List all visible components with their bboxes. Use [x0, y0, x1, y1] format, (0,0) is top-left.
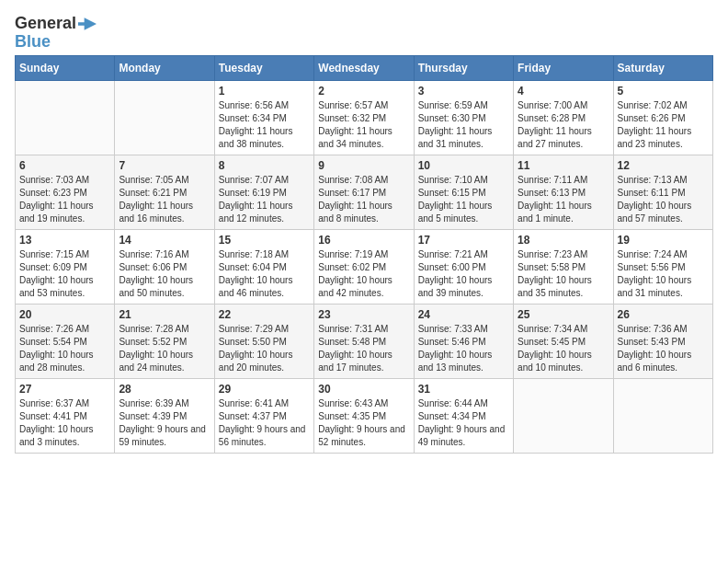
- day-info: Sunrise: 7:24 AM Sunset: 5:56 PM Dayligh…: [618, 248, 709, 300]
- day-info: Sunrise: 7:03 AM Sunset: 6:23 PM Dayligh…: [19, 174, 110, 225]
- day-number: 28: [119, 383, 210, 396]
- day-info: Sunrise: 6:43 AM Sunset: 4:35 PM Dayligh…: [318, 397, 409, 449]
- weekday-header: Thursday: [414, 55, 513, 80]
- calendar-cell: 7Sunrise: 7:05 AM Sunset: 6:21 PM Daylig…: [115, 155, 214, 229]
- weekday-header: Monday: [115, 55, 214, 80]
- day-info: Sunrise: 7:33 AM Sunset: 5:46 PM Dayligh…: [418, 323, 509, 374]
- weekday-header: Sunday: [16, 55, 115, 80]
- day-info: Sunrise: 6:39 AM Sunset: 4:39 PM Dayligh…: [119, 397, 210, 449]
- calendar-cell: 17Sunrise: 7:21 AM Sunset: 6:00 PM Dayli…: [414, 229, 513, 304]
- calendar-cell: 12Sunrise: 7:13 AM Sunset: 6:11 PM Dayli…: [613, 155, 712, 229]
- day-info: Sunrise: 6:41 AM Sunset: 4:37 PM Dayligh…: [219, 397, 310, 449]
- day-info: Sunrise: 6:59 AM Sunset: 6:30 PM Dayligh…: [418, 99, 509, 151]
- day-info: Sunrise: 7:07 AM Sunset: 6:19 PM Dayligh…: [219, 174, 310, 225]
- day-number: 8: [219, 159, 310, 172]
- calendar-cell: 14Sunrise: 7:16 AM Sunset: 6:06 PM Dayli…: [115, 229, 214, 304]
- day-info: Sunrise: 7:18 AM Sunset: 6:04 PM Dayligh…: [219, 248, 310, 300]
- day-number: 9: [318, 159, 409, 172]
- calendar-cell: 13Sunrise: 7:15 AM Sunset: 6:09 PM Dayli…: [16, 229, 115, 304]
- calendar-cell: 15Sunrise: 7:18 AM Sunset: 6:04 PM Dayli…: [214, 229, 313, 304]
- day-number: 30: [318, 383, 409, 396]
- calendar-cell: 11Sunrise: 7:11 AM Sunset: 6:13 PM Dayli…: [514, 155, 613, 229]
- weekday-header: Wednesday: [314, 55, 414, 80]
- day-number: 7: [119, 159, 210, 172]
- calendar-cell: 23Sunrise: 7:31 AM Sunset: 5:48 PM Dayli…: [314, 304, 414, 378]
- calendar-cell: 28Sunrise: 6:39 AM Sunset: 4:39 PM Dayli…: [115, 378, 214, 453]
- day-info: Sunrise: 7:16 AM Sunset: 6:06 PM Dayligh…: [119, 248, 210, 300]
- day-info: Sunrise: 7:05 AM Sunset: 6:21 PM Dayligh…: [119, 174, 210, 225]
- weekday-header: Friday: [514, 55, 613, 80]
- day-number: 12: [618, 159, 709, 172]
- calendar-cell: 21Sunrise: 7:28 AM Sunset: 5:52 PM Dayli…: [115, 304, 214, 378]
- calendar-cell: 26Sunrise: 7:36 AM Sunset: 5:43 PM Dayli…: [613, 304, 712, 378]
- day-number: 13: [19, 234, 110, 247]
- day-number: 20: [19, 308, 110, 321]
- day-number: 15: [219, 234, 310, 247]
- day-info: Sunrise: 7:29 AM Sunset: 5:50 PM Dayligh…: [219, 323, 310, 374]
- day-number: 16: [318, 234, 409, 247]
- calendar-cell: 25Sunrise: 7:34 AM Sunset: 5:45 PM Dayli…: [514, 304, 613, 378]
- calendar-cell: [16, 80, 115, 155]
- svg-marker-0: [78, 17, 97, 29]
- day-info: Sunrise: 6:44 AM Sunset: 4:34 PM Dayligh…: [418, 397, 509, 449]
- weekday-header: Tuesday: [214, 55, 313, 80]
- day-number: 24: [418, 308, 509, 321]
- day-number: 1: [219, 85, 310, 98]
- calendar-cell: 3Sunrise: 6:59 AM Sunset: 6:30 PM Daylig…: [414, 80, 513, 155]
- day-number: 10: [418, 159, 509, 172]
- day-info: Sunrise: 7:10 AM Sunset: 6:15 PM Dayligh…: [418, 174, 509, 225]
- calendar-week-row: 13Sunrise: 7:15 AM Sunset: 6:09 PM Dayli…: [16, 229, 713, 304]
- day-number: 31: [418, 383, 509, 396]
- calendar-cell: 9Sunrise: 7:08 AM Sunset: 6:17 PM Daylig…: [314, 155, 414, 229]
- day-info: Sunrise: 7:26 AM Sunset: 5:54 PM Dayligh…: [19, 323, 110, 374]
- weekday-header-row: SundayMondayTuesdayWednesdayThursdayFrid…: [16, 55, 713, 80]
- calendar-cell: 1Sunrise: 6:56 AM Sunset: 6:34 PM Daylig…: [214, 80, 313, 155]
- day-info: Sunrise: 7:02 AM Sunset: 6:26 PM Dayligh…: [618, 99, 709, 151]
- calendar-week-row: 1Sunrise: 6:56 AM Sunset: 6:34 PM Daylig…: [16, 80, 713, 155]
- day-number: 23: [318, 308, 409, 321]
- calendar-cell: 6Sunrise: 7:03 AM Sunset: 6:23 PM Daylig…: [16, 155, 115, 229]
- day-info: Sunrise: 6:57 AM Sunset: 6:32 PM Dayligh…: [318, 99, 409, 151]
- calendar-week-row: 6Sunrise: 7:03 AM Sunset: 6:23 PM Daylig…: [16, 155, 713, 229]
- logo-blue-text: Blue: [15, 33, 51, 52]
- calendar-cell: 20Sunrise: 7:26 AM Sunset: 5:54 PM Dayli…: [16, 304, 115, 378]
- calendar-table: SundayMondayTuesdayWednesdayThursdayFrid…: [15, 55, 713, 454]
- day-info: Sunrise: 7:31 AM Sunset: 5:48 PM Dayligh…: [318, 323, 409, 374]
- day-info: Sunrise: 7:15 AM Sunset: 6:09 PM Dayligh…: [19, 248, 110, 300]
- logo-text: General: [15, 15, 76, 33]
- day-info: Sunrise: 7:13 AM Sunset: 6:11 PM Dayligh…: [618, 174, 709, 225]
- day-number: 14: [119, 234, 210, 247]
- calendar-cell: [613, 378, 712, 453]
- day-number: 6: [19, 159, 110, 172]
- day-number: 11: [518, 159, 609, 172]
- calendar-cell: 31Sunrise: 6:44 AM Sunset: 4:34 PM Dayli…: [414, 378, 513, 453]
- calendar-cell: 29Sunrise: 6:41 AM Sunset: 4:37 PM Dayli…: [214, 378, 313, 453]
- calendar-cell: 5Sunrise: 7:02 AM Sunset: 6:26 PM Daylig…: [613, 80, 712, 155]
- day-number: 3: [418, 85, 509, 98]
- day-info: Sunrise: 7:11 AM Sunset: 6:13 PM Dayligh…: [518, 174, 609, 225]
- day-number: 29: [219, 383, 310, 396]
- calendar-cell: [514, 378, 613, 453]
- calendar-cell: 27Sunrise: 6:37 AM Sunset: 4:41 PM Dayli…: [16, 378, 115, 453]
- calendar-week-row: 27Sunrise: 6:37 AM Sunset: 4:41 PM Dayli…: [16, 378, 713, 453]
- calendar-cell: 22Sunrise: 7:29 AM Sunset: 5:50 PM Dayli…: [214, 304, 313, 378]
- logo-icon: [78, 17, 97, 30]
- day-info: Sunrise: 7:00 AM Sunset: 6:28 PM Dayligh…: [518, 99, 609, 151]
- day-info: Sunrise: 7:19 AM Sunset: 6:02 PM Dayligh…: [318, 248, 409, 300]
- day-number: 19: [618, 234, 709, 247]
- logo: General Blue: [15, 15, 97, 52]
- day-number: 2: [318, 85, 409, 98]
- day-number: 4: [518, 85, 609, 98]
- day-number: 27: [19, 383, 110, 396]
- day-number: 25: [518, 308, 609, 321]
- calendar-cell: 8Sunrise: 7:07 AM Sunset: 6:19 PM Daylig…: [214, 155, 313, 229]
- calendar-cell: 18Sunrise: 7:23 AM Sunset: 5:58 PM Dayli…: [514, 229, 613, 304]
- day-number: 22: [219, 308, 310, 321]
- day-info: Sunrise: 7:28 AM Sunset: 5:52 PM Dayligh…: [119, 323, 210, 374]
- calendar-cell: 19Sunrise: 7:24 AM Sunset: 5:56 PM Dayli…: [613, 229, 712, 304]
- calendar-cell: 2Sunrise: 6:57 AM Sunset: 6:32 PM Daylig…: [314, 80, 414, 155]
- page-header: General Blue: [15, 15, 713, 52]
- calendar-cell: 16Sunrise: 7:19 AM Sunset: 6:02 PM Dayli…: [314, 229, 414, 304]
- calendar-cell: 4Sunrise: 7:00 AM Sunset: 6:28 PM Daylig…: [514, 80, 613, 155]
- calendar-cell: 24Sunrise: 7:33 AM Sunset: 5:46 PM Dayli…: [414, 304, 513, 378]
